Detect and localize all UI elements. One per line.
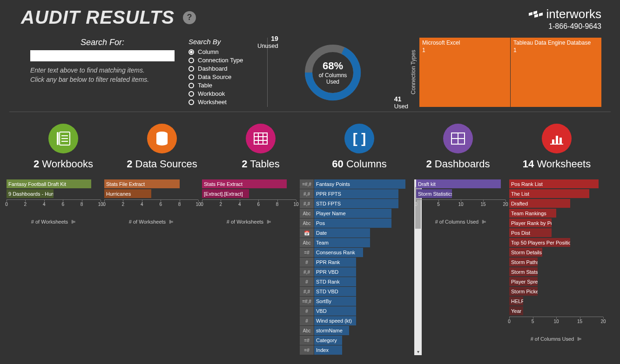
chart-columns[interactable]: =#,#Fantasy Points#,#PPR FPTS#,#STD FPTS… bbox=[298, 179, 414, 355]
worksheet-bar-item[interactable]: HELP bbox=[509, 297, 603, 306]
radio-column[interactable]: Column bbox=[189, 48, 267, 55]
radio-icon bbox=[189, 74, 194, 80]
chart-tables[interactable]: Stats File Extract[Extract].[Extract]024… bbox=[200, 179, 298, 355]
dtype-badge: # bbox=[300, 258, 314, 267]
column-bar-item[interactable]: #VBD bbox=[300, 306, 412, 316]
donut-percent: 68% bbox=[319, 60, 347, 72]
radio-icon bbox=[189, 58, 194, 63]
dtype-badge: 📅 bbox=[300, 228, 314, 238]
chart-worksheets[interactable]: Pos Rank ListThe ListDraftedTeam Ranking… bbox=[507, 179, 605, 355]
dtype-badge: =#,# bbox=[300, 297, 314, 306]
worksheet-bar-item[interactable]: Player Rank by Pos bbox=[509, 218, 603, 228]
donut-chart[interactable]: 68% of Columns Used bbox=[303, 42, 363, 103]
svg-text:[ ]: [ ] bbox=[353, 131, 366, 146]
column-bar-item[interactable]: AbcTeam bbox=[300, 238, 412, 247]
axis-title: # of Worksheets ⊫ bbox=[7, 219, 101, 225]
column-bar-item[interactable]: AbcPos bbox=[300, 218, 412, 228]
column-bar-item[interactable]: =#Category bbox=[300, 336, 412, 345]
search-input[interactable] bbox=[30, 50, 175, 61]
dtype-badge: =# bbox=[300, 345, 314, 355]
sort-icon[interactable]: ⊫ bbox=[169, 219, 174, 225]
worksheet-bar-item[interactable]: Pos Rank List bbox=[509, 179, 603, 189]
radio-worksheet[interactable]: Worksheet bbox=[189, 99, 267, 106]
worksheet-bar-item[interactable]: Pos Dist bbox=[509, 228, 603, 238]
connection-tile[interactable]: Tableau Data Engine Database1 bbox=[511, 38, 601, 107]
worksheet-bar-item[interactable]: Storm Stats bbox=[509, 267, 603, 277]
column-bar-item[interactable]: =#Index bbox=[300, 345, 412, 355]
radio-data-source[interactable]: Data Source bbox=[189, 73, 267, 80]
worksheet-bar-item[interactable]: Player Spread bbox=[509, 277, 603, 286]
column-bar-item[interactable]: =#,#Fantasy Points bbox=[300, 179, 412, 189]
column-bar-item[interactable]: =#Consensus Rank bbox=[300, 248, 412, 257]
sort-icon[interactable]: ⊫ bbox=[71, 219, 76, 225]
brand-phone: 1-866-490-9643 bbox=[529, 22, 601, 31]
column-bar-item[interactable]: =#,#SortBy bbox=[300, 297, 412, 306]
column-bar-item[interactable]: #,#PPR FPTS bbox=[300, 189, 412, 199]
dtype-badge: # bbox=[300, 316, 314, 325]
bar-item[interactable]: Stats File Extract bbox=[104, 179, 198, 189]
dtype-badge: =#,# bbox=[300, 179, 314, 189]
summary-workbooks[interactable]: 2 Workbooks bbox=[17, 124, 110, 170]
chart-datasources[interactable]: Stats File ExtractHurricanes0246810# of … bbox=[102, 179, 200, 355]
svg-marker-2 bbox=[534, 14, 538, 18]
bar-item[interactable]: [Extract].[Extract] bbox=[202, 189, 296, 199]
radio-table[interactable]: Table bbox=[189, 82, 267, 89]
svg-rect-21 bbox=[552, 139, 554, 144]
scroll-down-icon[interactable]: ▾ bbox=[414, 348, 422, 355]
bar-item[interactable]: Draft kit bbox=[416, 179, 505, 189]
search-label: Search For: bbox=[30, 38, 175, 47]
help-icon[interactable]: ? bbox=[183, 11, 196, 24]
worksheet-bar-item[interactable]: Top 50 Players Per Position bbox=[509, 238, 603, 247]
column-bar-item[interactable]: AbcstormName bbox=[300, 326, 412, 335]
sort-icon[interactable]: ⊫ bbox=[482, 219, 486, 225]
bar-item[interactable]: Fantasy Football Draft Kit bbox=[7, 179, 101, 189]
worksheet-bar-item[interactable]: Storm Details bbox=[509, 248, 603, 257]
dtype-badge: Abc bbox=[300, 209, 314, 218]
search-hint: Enter text above to find matching items.… bbox=[30, 66, 175, 84]
summary-icon: [ ] bbox=[344, 124, 374, 153]
radio-dashboard[interactable]: Dashboard bbox=[189, 65, 267, 72]
worksheet-bar-item[interactable]: Storm Paths bbox=[509, 258, 603, 267]
svg-rect-23 bbox=[559, 138, 562, 144]
dtype-badge: # bbox=[300, 306, 314, 316]
worksheet-bar-item[interactable]: Storm Picker bbox=[509, 287, 603, 296]
bar-item[interactable]: Storm Statistics bbox=[416, 189, 505, 199]
radio-icon bbox=[189, 83, 194, 88]
column-bar-item[interactable]: #,#STD FPTS bbox=[300, 199, 412, 208]
column-bar-item[interactable]: #Wind speed (kt) bbox=[300, 316, 412, 325]
column-bar-item[interactable]: #STD Rank bbox=[300, 277, 412, 286]
summary-icon bbox=[246, 124, 276, 153]
worksheet-bar-item[interactable]: Team Rankings bbox=[509, 209, 603, 218]
column-bar-item[interactable]: AbcPlayer Name bbox=[300, 209, 412, 218]
worksheet-bar-item[interactable]: Year Picker bbox=[509, 306, 603, 316]
summary-icon bbox=[147, 124, 177, 153]
dtype-badge: #,# bbox=[300, 267, 314, 277]
summary-columns[interactable]: [ ]60 Columns bbox=[313, 124, 406, 170]
summary-worksheets[interactable]: 14 Worksheets bbox=[510, 124, 603, 170]
summary-data-sources[interactable]: 2 Data Sources bbox=[115, 124, 209, 170]
column-bar-item[interactable]: #,#PPR VBD bbox=[300, 267, 412, 277]
bar-item[interactable]: Hurricanes bbox=[104, 189, 198, 199]
radio-connection-type[interactable]: Connection Type bbox=[189, 57, 267, 64]
connection-tile[interactable]: Microsoft Excel1 bbox=[419, 38, 510, 107]
brand-block: interworks 1-866-490-9643 bbox=[529, 7, 601, 31]
chart-workbooks[interactable]: Fantasy Football Draft Kit9 Dashboards -… bbox=[5, 179, 102, 355]
worksheet-bar-item[interactable]: Drafted bbox=[509, 199, 603, 208]
column-bar-item[interactable]: #,#STD VBD bbox=[300, 287, 412, 296]
sort-icon[interactable]: ⊫ bbox=[577, 336, 582, 342]
radio-workbook[interactable]: Workbook bbox=[189, 90, 267, 97]
radio-icon bbox=[189, 49, 194, 55]
worksheet-bar-item[interactable]: The List bbox=[509, 189, 603, 199]
axis-title: # of Worksheets ⊫ bbox=[104, 219, 198, 225]
summary-dashboards[interactable]: 2 Dashboards bbox=[411, 124, 505, 170]
donut-unused-label: 19 Unused bbox=[257, 35, 278, 49]
svg-marker-0 bbox=[529, 12, 532, 16]
bar-item[interactable]: 9 Dashboards - Hurricane Dashboard bbox=[7, 189, 101, 199]
column-bar-item[interactable]: #PPR Rank bbox=[300, 258, 412, 267]
summary-tables[interactable]: 2 Tables bbox=[214, 124, 307, 170]
chart-dashboards[interactable]: Draft kitStorm Statistics05101520# of Co… bbox=[414, 179, 507, 355]
bar-item[interactable]: Stats File Extract bbox=[202, 179, 296, 189]
sort-icon[interactable]: ⊫ bbox=[267, 219, 271, 225]
column-bar-item[interactable]: 📅Date bbox=[300, 228, 412, 238]
radio-icon bbox=[189, 99, 194, 105]
